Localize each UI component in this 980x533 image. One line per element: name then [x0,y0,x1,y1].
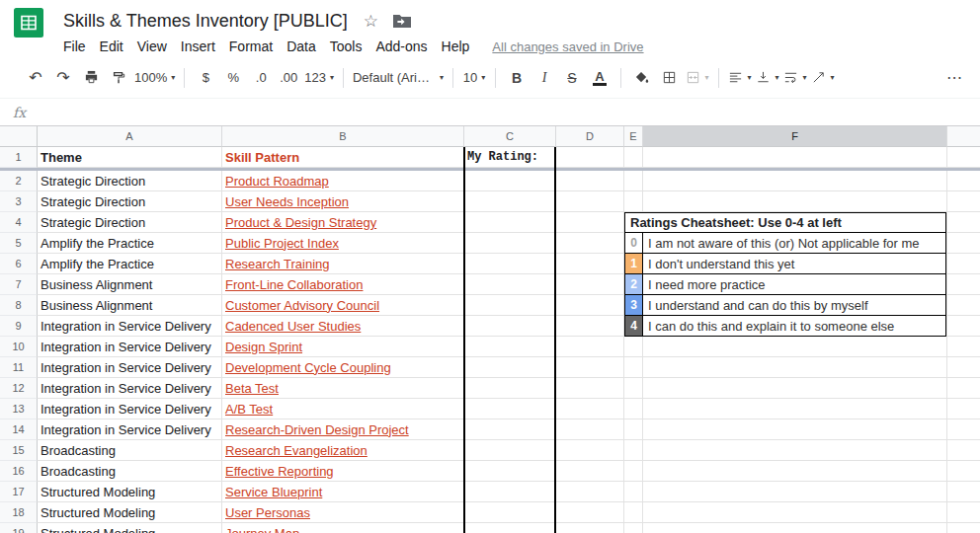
empty-cell[interactable] [643,147,947,168]
move-folder-icon[interactable] [392,14,412,29]
empty-cell[interactable] [643,399,947,419]
horizontal-align-button[interactable]: ▾ [728,65,752,91]
menu-data[interactable]: Data [280,38,323,54]
cell-theme[interactable]: Integration in Service Delivery [38,316,222,337]
cell-skill[interactable]: User Needs Inception [222,191,464,212]
cell-rating[interactable] [464,461,556,482]
skill-link[interactable]: Product Roadmap [225,174,329,189]
fill-color-button[interactable] [630,65,654,91]
cell-rating[interactable] [464,482,556,502]
empty-cell[interactable] [624,191,643,212]
empty-cell[interactable] [643,482,947,502]
skill-link[interactable]: Cadenced User Studies [225,319,361,334]
empty-cell[interactable] [624,399,643,419]
paint-format-button[interactable] [107,65,130,91]
row-number[interactable]: 12 [0,378,38,399]
cell-rating[interactable] [464,254,556,274]
skill-link[interactable]: Journey Map [225,526,299,533]
sheets-logo[interactable] [14,8,43,38]
cell-rating[interactable] [464,316,556,337]
empty-cell[interactable] [556,171,624,191]
cell-rating[interactable] [464,295,556,316]
text-rotation-button[interactable]: ▾ [811,65,835,91]
empty-cell[interactable] [947,191,980,212]
header-cell-theme[interactable]: Theme [38,147,222,168]
empty-cell[interactable] [556,523,624,533]
more-formats-button[interactable]: 123▾ [304,65,334,91]
cell-theme[interactable]: Structured Modeling [38,502,222,523]
empty-cell[interactable] [556,274,624,295]
empty-cell[interactable] [947,523,980,533]
cell-theme[interactable]: Integration in Service Delivery [38,378,222,399]
select-all-corner[interactable] [0,126,38,147]
skill-link[interactable]: Research Training [225,257,330,271]
empty-cell[interactable] [624,357,643,378]
cell-skill[interactable]: Product & Design Strategy [222,212,464,233]
cell-skill[interactable]: Research Evangelization [222,440,464,461]
cell-theme[interactable]: Strategic Direction [38,191,222,212]
row-number[interactable]: 19 [0,523,38,533]
empty-cell[interactable] [556,440,624,461]
empty-cell[interactable] [556,254,624,274]
cell-skill[interactable]: Service Blueprint [222,482,464,502]
font-size-dropdown[interactable]: 10▾ [462,65,486,91]
empty-cell[interactable] [947,482,980,502]
empty-cell[interactable] [947,419,980,440]
currency-format-button[interactable]: $ [194,65,217,91]
menu-edit[interactable]: Edit [93,38,130,54]
cell-theme[interactable]: Amplify the Practice [38,254,222,274]
empty-cell[interactable] [556,212,624,233]
skill-link[interactable]: Product & Design Strategy [225,215,376,230]
cell-rating[interactable] [464,378,556,399]
empty-cell[interactable] [624,337,643,357]
cheatsheet-desc-cell[interactable]: I understand and can do this by myself [643,294,946,316]
cell-rating[interactable] [464,171,556,191]
cell-skill[interactable]: A/B Test [222,399,464,419]
skill-link[interactable]: A/B Test [225,402,273,417]
empty-cell[interactable] [624,171,643,191]
row-number[interactable]: 8 [0,295,38,316]
skill-link[interactable]: Development Cycle Coupling [225,360,391,375]
empty-cell[interactable] [624,523,643,533]
cell-theme[interactable]: Business Alignment [38,274,222,295]
empty-cell[interactable] [947,295,980,316]
font-dropdown[interactable]: Default (Ari…▾ [353,65,444,91]
empty-cell[interactable] [556,316,624,337]
cheatsheet-rating-cell[interactable]: 4 [624,315,643,337]
empty-cell[interactable] [624,419,643,440]
empty-cell[interactable] [643,337,947,357]
empty-cell[interactable] [556,482,624,502]
skill-link[interactable]: Customer Advisory Council [225,298,379,313]
cheatsheet-rating-cell[interactable]: 3 [624,294,643,316]
redo-button[interactable]: ↷ [51,65,75,91]
cell-theme[interactable]: Structured Modeling [38,482,222,502]
col-header-f[interactable]: F [643,126,947,147]
skill-link[interactable]: User Needs Inception [225,194,349,209]
cell-theme[interactable]: Integration in Service Delivery [38,399,222,419]
cheatsheet-desc-cell[interactable]: I can do this and explain it to someone … [643,315,946,337]
row-number[interactable]: 5 [0,233,38,254]
cell-rating[interactable] [464,274,556,295]
row-number[interactable]: 4 [0,212,38,233]
empty-cell[interactable] [643,191,947,212]
header-cell-skill-pattern[interactable]: Skill Pattern [222,147,464,168]
print-button[interactable] [79,65,103,91]
col-header-b[interactable]: B [222,126,464,147]
cell-rating[interactable] [464,191,556,212]
col-header-g[interactable] [947,126,980,147]
empty-cell[interactable] [643,357,947,378]
cell-skill[interactable]: Beta Test [222,378,464,399]
empty-cell[interactable] [556,461,624,482]
empty-cell[interactable] [643,378,947,399]
empty-cell[interactable] [556,378,624,399]
menu-view[interactable]: View [130,38,174,54]
cell-theme[interactable]: Integration in Service Delivery [38,419,222,440]
empty-cell[interactable] [624,378,643,399]
increase-decimal-button[interactable]: .00 [277,65,300,91]
formula-input[interactable] [39,99,980,125]
empty-cell[interactable] [643,419,947,440]
bold-button[interactable]: B [505,65,529,91]
empty-cell[interactable] [624,502,643,523]
cheatsheet-title[interactable]: Ratings Cheatsheet: Use 0-4 at left [624,212,946,233]
empty-cell[interactable] [947,357,980,378]
